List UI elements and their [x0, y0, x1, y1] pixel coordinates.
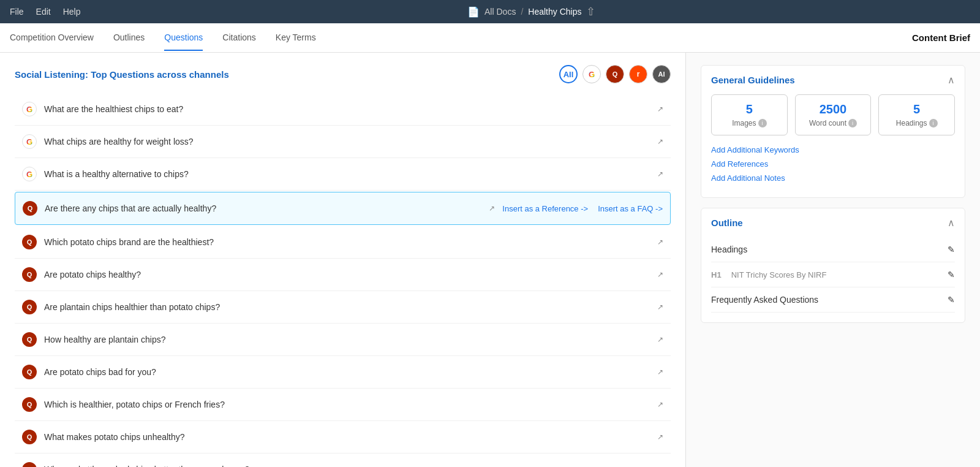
question-item[interactable]: G What is a healthy alternative to chips… — [15, 158, 671, 191]
question-item[interactable]: G What chips are healthy for weight loss… — [15, 126, 671, 158]
tab-questions[interactable]: Questions — [164, 25, 203, 51]
tab-key-terms[interactable]: Key Terms — [276, 25, 316, 51]
headings-info-icon[interactable]: i — [929, 119, 938, 127]
tab-competition-overview[interactable]: Competition Overview — [10, 25, 94, 51]
outline-body: Headings ✎ H1 NIT Trichy Scores By NIRF … — [701, 237, 965, 322]
right-panel: General Guidelines ∧ 5 Images i 2500 — [686, 53, 980, 467]
question-text: Are potato chips bad for you? — [44, 367, 647, 377]
external-link-icon[interactable]: ↗ — [657, 368, 663, 376]
quora-icon: Q — [23, 201, 37, 216]
external-link-icon[interactable]: ↗ — [657, 433, 663, 441]
add-additional-notes-link[interactable]: Add Additional Notes — [711, 173, 955, 183]
edit-headings-icon[interactable]: ✎ — [948, 245, 955, 254]
general-guidelines-header[interactable]: General Guidelines ∧ — [701, 66, 965, 94]
content-brief-title: Content Brief — [912, 32, 970, 43]
question-text: What chips are healthy for weight loss? — [44, 137, 647, 146]
general-guidelines-section: General Guidelines ∧ 5 Images i 2500 — [701, 65, 965, 198]
headings-label: Headings i — [886, 119, 947, 127]
breadcrumb-area: 📄 All Docs / Healthy Chips ⇧ — [92, 5, 970, 18]
google-icon: G — [22, 102, 37, 116]
collapse-icon[interactable]: ∧ — [948, 74, 955, 86]
insert-as-faq-button[interactable]: Insert as a FAQ -> — [598, 204, 663, 213]
nav-tabs-bar: Competition Overview Outlines Questions … — [0, 23, 980, 53]
edit-faq-icon[interactable]: ✎ — [948, 295, 955, 305]
outline-faq-item: Frequently Asked Questions ✎ — [711, 287, 955, 313]
question-text: What is a healthy alternative to chips? — [44, 169, 647, 179]
question-item[interactable]: Q Which potato chips brand are the healt… — [15, 226, 671, 259]
tab-citations[interactable]: Citations — [222, 25, 255, 51]
menu-edit[interactable]: Edit — [36, 7, 51, 17]
breadcrumb-separator: / — [521, 7, 523, 17]
h1-level-label: H1 — [711, 270, 722, 279]
question-item[interactable]: Q How healthy are plantain chips? ↗ — [15, 324, 671, 356]
word-count-guideline: 2500 Word count i — [795, 94, 872, 135]
question-text: What makes potato chips unhealthy? — [44, 432, 647, 442]
external-link-icon[interactable]: ↗ — [657, 238, 663, 246]
images-info-icon[interactable]: i — [758, 119, 767, 127]
external-link-icon[interactable]: ↗ — [657, 170, 663, 178]
question-item[interactable]: Q Why are kettle-cooked chips better tha… — [15, 454, 671, 467]
question-text: Which potato chips brand are the healthi… — [44, 237, 647, 247]
question-item[interactable]: Q Which is healthier, potato chips or Fr… — [15, 389, 671, 421]
question-text: How healthy are plantain chips? — [44, 335, 647, 344]
quora-icon: Q — [22, 365, 37, 379]
question-item[interactable]: Q Are plantain chips healthier than pota… — [15, 291, 671, 324]
tab-outlines[interactable]: Outlines — [113, 25, 145, 51]
external-link-icon[interactable]: ↗ — [657, 400, 663, 409]
filter-reddit[interactable]: r — [629, 65, 647, 83]
filter-all[interactable]: All — [559, 65, 578, 83]
external-link-icon[interactable]: ↗ — [657, 335, 663, 344]
nav-tabs-left: Competition Overview Outlines Questions … — [10, 25, 912, 50]
quora-icon: Q — [22, 235, 37, 249]
quora-icon: Q — [22, 462, 37, 467]
doc-icon: 📄 — [467, 6, 480, 18]
menu-file[interactable]: File — [10, 7, 24, 17]
top-bar: File Edit Help 📄 All Docs / Healthy Chip… — [0, 0, 980, 23]
menu-help[interactable]: Help — [63, 7, 81, 17]
question-item[interactable]: Q What makes potato chips unhealthy? ↗ — [15, 421, 671, 454]
add-references-link[interactable]: Add References — [711, 159, 955, 169]
headings-guideline: 5 Headings i — [878, 94, 955, 135]
question-text: Which is healthier, potato chips or Fren… — [44, 400, 647, 409]
filter-buttons: All G Q r AI — [559, 65, 671, 83]
general-guidelines-title: General Guidelines — [711, 75, 795, 85]
external-link-icon[interactable]: ↗ — [657, 137, 663, 146]
doc-name: Healthy Chips — [528, 7, 581, 17]
share-icon[interactable]: ⇧ — [586, 5, 595, 18]
external-link-icon[interactable]: ↗ — [657, 303, 663, 311]
add-additional-keywords-link[interactable]: Add Additional Keywords — [711, 145, 955, 154]
word-count-info-icon[interactable]: i — [848, 119, 857, 127]
external-link-icon[interactable]: ↗ — [489, 204, 495, 213]
outline-headings-item: Headings ✎ — [711, 237, 955, 262]
outline-faq-label: Frequently Asked Questions — [711, 295, 818, 305]
question-item-selected[interactable]: Q Are there any chips that are actually … — [15, 192, 671, 225]
outline-h1-item: H1 NIT Trichy Scores By NIRF ✎ — [711, 262, 955, 287]
all-docs-link[interactable]: All Docs — [484, 7, 516, 17]
questions-section-header: Social Listening: Top Questions across c… — [15, 65, 671, 83]
quora-icon: Q — [22, 300, 37, 314]
question-item[interactable]: Q Are potato chips healthy? ↗ — [15, 259, 671, 291]
outline-header[interactable]: Outline ∧ — [701, 208, 965, 237]
quora-icon: Q — [22, 332, 37, 347]
question-item[interactable]: Q Are potato chips bad for you? ↗ — [15, 356, 671, 389]
external-link-icon[interactable]: ↗ — [657, 105, 663, 113]
quora-icon: Q — [22, 397, 37, 412]
questions-section-title: Social Listening: Top Questions across c… — [15, 69, 229, 80]
images-guideline: 5 Images i — [711, 94, 788, 135]
question-text: Are plantain chips healthier than potato… — [44, 302, 647, 312]
filter-quora[interactable]: Q — [606, 65, 624, 83]
filter-google[interactable]: G — [582, 65, 601, 83]
question-text: What are the healthiest chips to eat? — [44, 104, 647, 114]
edit-h1-icon[interactable]: ✎ — [948, 270, 955, 279]
outline-collapse-icon[interactable]: ∧ — [948, 217, 955, 229]
filter-ai[interactable]: AI — [652, 65, 671, 83]
headings-value: 5 — [886, 102, 947, 116]
external-link-icon[interactable]: ↗ — [657, 270, 663, 279]
insert-as-reference-button[interactable]: Insert as a Reference -> — [502, 204, 588, 213]
images-value: 5 — [719, 102, 780, 116]
question-text: Are there any chips that are actually he… — [45, 203, 479, 213]
question-item[interactable]: G What are the healthiest chips to eat? … — [15, 93, 671, 126]
outline-section: Outline ∧ Headings ✎ H1 NIT Trichy Score… — [701, 208, 965, 323]
word-count-value: 2500 — [803, 102, 864, 116]
outline-headings-label: Headings — [711, 245, 747, 254]
